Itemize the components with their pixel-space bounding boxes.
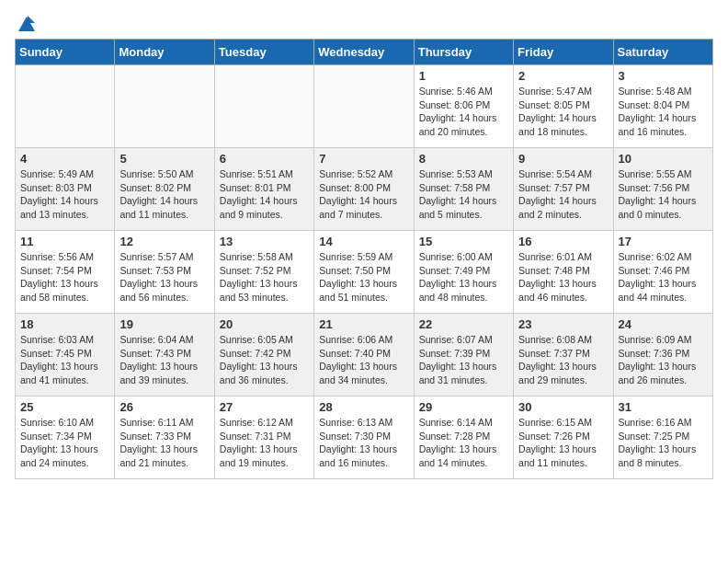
day-info: Sunrise: 5:47 AM Sunset: 8:05 PM Dayligh… [518,85,608,139]
day-number: 7 [319,152,408,166]
day-info: Sunrise: 5:59 AM Sunset: 7:50 PM Dayligh… [319,250,408,304]
day-number: 23 [518,317,608,331]
day-number: 2 [518,69,608,83]
day-info: Sunrise: 6:14 AM Sunset: 7:28 PM Dayligh… [419,416,508,470]
calendar-day-cell: 1Sunrise: 5:46 AM Sunset: 8:06 PM Daylig… [414,65,513,148]
day-info: Sunrise: 6:03 AM Sunset: 7:45 PM Dayligh… [20,333,109,387]
day-number: 10 [619,152,708,166]
calendar-day-cell [115,65,214,148]
day-number: 8 [419,152,508,166]
day-number: 22 [419,317,508,331]
day-number: 5 [119,152,209,166]
calendar-day-cell: 15Sunrise: 6:00 AM Sunset: 7:49 PM Dayli… [414,231,513,314]
calendar-day-cell: 6Sunrise: 5:51 AM Sunset: 8:01 PM Daylig… [214,148,313,231]
day-info: Sunrise: 6:13 AM Sunset: 7:30 PM Dayligh… [319,416,408,470]
calendar-day-cell: 22Sunrise: 6:07 AM Sunset: 7:39 PM Dayli… [414,314,513,396]
calendar-day-cell: 2Sunrise: 5:47 AM Sunset: 8:05 PM Daylig… [514,65,613,148]
calendar-day-cell: 27Sunrise: 6:12 AM Sunset: 7:31 PM Dayli… [214,396,313,479]
day-info: Sunrise: 6:06 AM Sunset: 7:40 PM Dayligh… [319,333,408,387]
calendar-day-cell: 11Sunrise: 5:56 AM Sunset: 7:54 PM Dayli… [16,231,115,314]
calendar-day-cell: 18Sunrise: 6:03 AM Sunset: 7:45 PM Dayli… [16,314,115,396]
day-number: 11 [20,235,109,248]
day-number: 16 [518,235,608,248]
day-number: 17 [619,235,708,248]
calendar-day-cell: 20Sunrise: 6:05 AM Sunset: 7:42 PM Dayli… [214,314,313,396]
day-of-week-header: Friday [514,40,613,65]
day-info: Sunrise: 6:16 AM Sunset: 7:25 PM Dayligh… [619,416,708,470]
calendar-day-cell: 25Sunrise: 6:10 AM Sunset: 7:34 PM Dayli… [16,396,115,479]
day-number: 1 [419,69,508,83]
day-info: Sunrise: 6:07 AM Sunset: 7:39 PM Dayligh… [419,333,508,387]
day-info: Sunrise: 5:48 AM Sunset: 8:04 PM Dayligh… [619,85,708,139]
day-number: 4 [20,152,109,166]
day-number: 27 [220,400,309,414]
day-number: 6 [220,152,309,166]
day-number: 21 [319,317,408,331]
day-info: Sunrise: 6:00 AM Sunset: 7:49 PM Dayligh… [419,250,508,304]
day-info: Sunrise: 6:04 AM Sunset: 7:43 PM Dayligh… [119,333,209,387]
calendar-day-cell: 8Sunrise: 5:53 AM Sunset: 7:58 PM Daylig… [414,148,513,231]
day-number: 25 [20,400,109,414]
day-info: Sunrise: 5:53 AM Sunset: 7:58 PM Dayligh… [419,167,508,222]
calendar-day-cell: 24Sunrise: 6:09 AM Sunset: 7:36 PM Dayli… [613,314,712,396]
calendar-day-cell: 4Sunrise: 5:49 AM Sunset: 8:03 PM Daylig… [16,148,115,231]
day-number: 19 [119,317,209,331]
day-number: 13 [220,235,309,248]
day-info: Sunrise: 5:52 AM Sunset: 8:00 PM Dayligh… [319,167,408,222]
calendar-day-cell: 12Sunrise: 5:57 AM Sunset: 7:53 PM Dayli… [115,231,214,314]
day-number: 3 [619,69,708,83]
calendar-day-cell: 17Sunrise: 6:02 AM Sunset: 7:46 PM Dayli… [613,231,712,314]
day-of-week-header: Sunday [16,40,115,65]
calendar-day-cell: 13Sunrise: 5:58 AM Sunset: 7:52 PM Dayli… [214,231,313,314]
day-number: 14 [319,235,408,248]
day-info: Sunrise: 6:02 AM Sunset: 7:46 PM Dayligh… [619,250,708,304]
day-info: Sunrise: 5:56 AM Sunset: 7:54 PM Dayligh… [20,250,109,304]
day-info: Sunrise: 5:50 AM Sunset: 8:02 PM Dayligh… [119,167,209,222]
logo [15,15,37,31]
svg-marker-1 [28,16,35,23]
day-number: 20 [220,317,309,331]
day-info: Sunrise: 5:49 AM Sunset: 8:03 PM Dayligh… [20,167,109,222]
calendar-day-cell: 16Sunrise: 6:01 AM Sunset: 7:48 PM Dayli… [514,231,613,314]
day-number: 15 [419,235,508,248]
day-of-week-header: Monday [115,40,214,65]
day-info: Sunrise: 6:10 AM Sunset: 7:34 PM Dayligh… [20,416,109,470]
day-number: 30 [518,400,608,414]
calendar-day-cell [16,65,115,148]
calendar-day-cell: 30Sunrise: 6:15 AM Sunset: 7:26 PM Dayli… [514,396,613,479]
day-info: Sunrise: 5:55 AM Sunset: 7:56 PM Dayligh… [619,167,708,222]
day-info: Sunrise: 6:15 AM Sunset: 7:26 PM Dayligh… [518,416,608,470]
day-info: Sunrise: 5:58 AM Sunset: 7:52 PM Dayligh… [220,250,309,304]
calendar: SundayMondayTuesdayWednesdayThursdayFrid… [15,39,713,479]
day-of-week-header: Wednesday [314,40,414,65]
day-number: 29 [419,400,508,414]
day-number: 12 [119,235,209,248]
calendar-day-cell: 9Sunrise: 5:54 AM Sunset: 7:57 PM Daylig… [514,148,613,231]
day-number: 31 [619,400,708,414]
day-number: 26 [119,400,209,414]
calendar-day-cell [314,65,414,148]
calendar-week-row: 25Sunrise: 6:10 AM Sunset: 7:34 PM Dayli… [16,396,713,479]
calendar-day-cell: 23Sunrise: 6:08 AM Sunset: 7:37 PM Dayli… [514,314,613,396]
day-info: Sunrise: 6:01 AM Sunset: 7:48 PM Dayligh… [518,250,608,304]
calendar-day-cell: 10Sunrise: 5:55 AM Sunset: 7:56 PM Dayli… [613,148,712,231]
header [15,15,713,31]
calendar-header-row: SundayMondayTuesdayWednesdayThursdayFrid… [16,40,713,65]
day-info: Sunrise: 6:09 AM Sunset: 7:36 PM Dayligh… [619,333,708,387]
day-info: Sunrise: 5:57 AM Sunset: 7:53 PM Dayligh… [119,250,209,304]
day-of-week-header: Tuesday [214,40,313,65]
day-of-week-header: Thursday [414,40,513,65]
day-number: 24 [619,317,708,331]
calendar-day-cell: 31Sunrise: 6:16 AM Sunset: 7:25 PM Dayli… [613,396,712,479]
day-info: Sunrise: 5:51 AM Sunset: 8:01 PM Dayligh… [220,167,309,222]
calendar-week-row: 4Sunrise: 5:49 AM Sunset: 8:03 PM Daylig… [16,148,713,231]
calendar-week-row: 1Sunrise: 5:46 AM Sunset: 8:06 PM Daylig… [16,65,713,148]
day-of-week-header: Saturday [613,40,712,65]
day-number: 9 [518,152,608,166]
calendar-day-cell: 26Sunrise: 6:11 AM Sunset: 7:33 PM Dayli… [115,396,214,479]
day-number: 28 [319,400,408,414]
day-info: Sunrise: 6:08 AM Sunset: 7:37 PM Dayligh… [518,333,608,387]
calendar-day-cell: 5Sunrise: 5:50 AM Sunset: 8:02 PM Daylig… [115,148,214,231]
calendar-day-cell: 14Sunrise: 5:59 AM Sunset: 7:50 PM Dayli… [314,231,414,314]
day-info: Sunrise: 6:12 AM Sunset: 7:31 PM Dayligh… [220,416,309,470]
